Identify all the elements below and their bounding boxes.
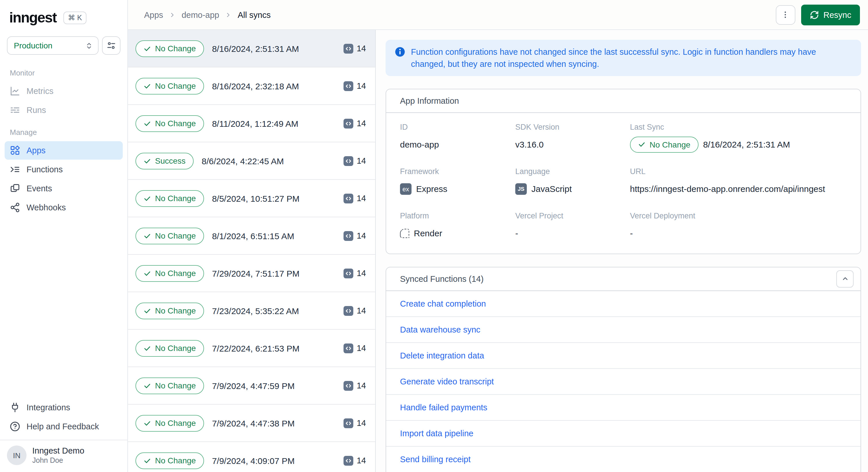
function-link[interactable]: Data warehouse sync (400, 325, 480, 334)
sidebar-item-apps[interactable]: Apps (5, 141, 123, 160)
sync-list-item[interactable]: No Change 8/11/2024, 1:12:49 AM 14 (128, 105, 375, 143)
check-icon (144, 419, 151, 427)
function-link[interactable]: Delete integration data (400, 351, 484, 360)
sync-list-item[interactable]: Success 8/6/2024, 4:22:45 AM 14 (128, 143, 375, 180)
field-label: Framework (400, 167, 515, 176)
sidebar-item-metrics[interactable]: Metrics (5, 82, 123, 100)
check-icon (144, 82, 151, 90)
sync-timestamp: 8/16/2024, 2:51:31 AM (212, 43, 299, 53)
sync-list-item[interactable]: No Change 8/16/2024, 2:32:18 AM 14 (128, 67, 375, 105)
topbar-actions: Resync (775, 4, 860, 25)
sync-status-label: No Change (155, 194, 196, 203)
app-url: https://inngest-demo-app.onrender.com/ap… (630, 181, 847, 197)
field-sdk-version: SDK Version v3.16.0 (515, 123, 630, 152)
check-icon (638, 140, 646, 148)
sync-status-badge: No Change (135, 40, 204, 57)
field-label: Vercel Project (515, 211, 630, 220)
more-actions-button[interactable] (775, 5, 795, 25)
sync-list-item[interactable]: No Change 7/9/2024, 4:47:38 PM 14 (128, 405, 375, 442)
sync-timestamp: 7/9/2024, 4:47:59 PM (212, 381, 295, 390)
field-value: demo-app (400, 136, 515, 152)
sidebar-spacer (0, 217, 127, 398)
sync-count-value: 14 (357, 194, 366, 203)
sync-function-count: 14 (343, 268, 366, 278)
account-menu[interactable]: IN Inngest Demo John Doe (0, 440, 127, 472)
sidebar-item-functions[interactable]: Functions (5, 160, 123, 179)
code-icon (343, 193, 353, 203)
sync-timestamp: 8/6/2024, 4:22:45 AM (202, 156, 284, 166)
sidebar-item-label: Integrations (27, 403, 70, 412)
function-link[interactable]: Handle failed payments (400, 403, 487, 412)
logo-row: inngest ⌘ K (0, 0, 127, 32)
sync-list-item[interactable]: No Change 7/9/2024, 4:47:59 PM 14 (128, 367, 375, 405)
function-link[interactable]: Create chat completion (400, 299, 486, 308)
resync-button[interactable]: Resync (801, 4, 860, 25)
synced-function-row: Handle failed payments (386, 395, 861, 420)
sync-list-item[interactable]: No Change 7/23/2024, 5:35:22 AM 14 (128, 292, 375, 329)
breadcrumb-apps[interactable]: Apps (144, 10, 163, 19)
sidebar-item-runs[interactable]: Runs (5, 101, 123, 119)
sidebar-item-help[interactable]: Help and Feedback (5, 417, 123, 436)
sync-status-badge: No Change (135, 227, 204, 244)
app-information-card: App Information ID demo-app SDK Version … (385, 89, 861, 254)
breadcrumb-demo-app[interactable]: demo-app (182, 10, 219, 19)
info-icon (395, 45, 405, 57)
sidebar-item-events[interactable]: Events (5, 179, 123, 198)
environment-selector[interactable]: Production (7, 36, 98, 55)
synced-function-row: Send billing receipt (386, 446, 861, 472)
sync-list-item[interactable]: No Change 7/22/2024, 6:21:53 PM 14 (128, 329, 375, 367)
sync-status-badge: No Change (135, 77, 204, 94)
collapse-functions-button[interactable] (836, 270, 854, 287)
sync-list-item[interactable]: No Change 7/9/2024, 4:09:07 PM 14 (128, 442, 375, 472)
code-icon (343, 381, 353, 390)
sidebar-item-webhooks[interactable]: Webhooks (5, 198, 123, 217)
function-link[interactable]: Import data pipeline (400, 429, 473, 438)
avatar: IN (7, 445, 27, 465)
sync-function-count: 14 (343, 455, 366, 465)
last-sync-status-badge: No Change (630, 136, 699, 152)
sync-function-count: 14 (343, 381, 366, 390)
sync-timestamp: 8/5/2024, 10:51:27 PM (212, 193, 300, 203)
app-information-title: App Information (400, 96, 459, 105)
language-name: JavaScript (531, 184, 572, 194)
sidebar-item-label: Functions (27, 165, 63, 174)
code-icon (343, 231, 353, 241)
field-platform: Platform Render (400, 211, 515, 241)
sync-list-item[interactable]: No Change 8/16/2024, 2:51:31 AM 14 (128, 30, 375, 67)
synced-functions-card: Synced Functions (14) Create chat comple… (385, 266, 861, 472)
sync-list-item[interactable]: No Change 7/29/2024, 7:51:17 PM 14 (128, 255, 375, 292)
sidebar-item-label: Metrics (27, 87, 53, 96)
sidebar-nav: Monitor Metrics Runs Manage Apps (0, 57, 127, 217)
environment-settings-button[interactable] (102, 36, 120, 55)
sync-list-item[interactable]: No Change 8/5/2024, 10:51:27 PM 14 (128, 180, 375, 217)
nav-section-manage: Manage (0, 120, 127, 140)
check-icon (144, 270, 151, 277)
sync-count-value: 14 (357, 269, 366, 278)
field-label: SDK Version (515, 123, 630, 131)
field-framework: Framework ex Express (400, 167, 515, 197)
runs-list-icon (10, 105, 20, 115)
sync-function-count: 14 (343, 119, 366, 128)
sync-count-value: 14 (357, 44, 366, 53)
sync-status-badge: No Change (135, 452, 204, 469)
help-circle-icon (10, 421, 20, 432)
sidebar-footer: Integrations Help and Feedback (0, 398, 127, 440)
sync-count-value: 14 (357, 306, 366, 315)
field-vercel-project: Vercel Project - (515, 211, 630, 241)
sync-count-value: 14 (357, 381, 366, 390)
function-link[interactable]: Send billing receipt (400, 454, 471, 464)
synced-function-row: Generate video transcript (386, 369, 861, 395)
field-url: URL https://inngest-demo-app.onrender.co… (630, 167, 847, 197)
code-icon (343, 418, 353, 428)
command-k-shortcut-badge[interactable]: ⌘ K (63, 11, 87, 24)
javascript-icon: JS (515, 183, 527, 194)
function-link[interactable]: Generate video transcript (400, 377, 494, 386)
sidebar-item-integrations[interactable]: Integrations (5, 398, 123, 417)
sync-detail-panel: Function configurations have not changed… (376, 30, 868, 472)
app-information-header: App Information (386, 89, 861, 113)
sync-status-label: No Change (155, 269, 196, 278)
sync-status-label: No Change (155, 418, 196, 428)
express-icon: ex (400, 183, 411, 194)
synced-function-row: Data warehouse sync (386, 317, 861, 343)
sync-list-item[interactable]: No Change 8/1/2024, 6:51:15 AM 14 (128, 217, 375, 255)
